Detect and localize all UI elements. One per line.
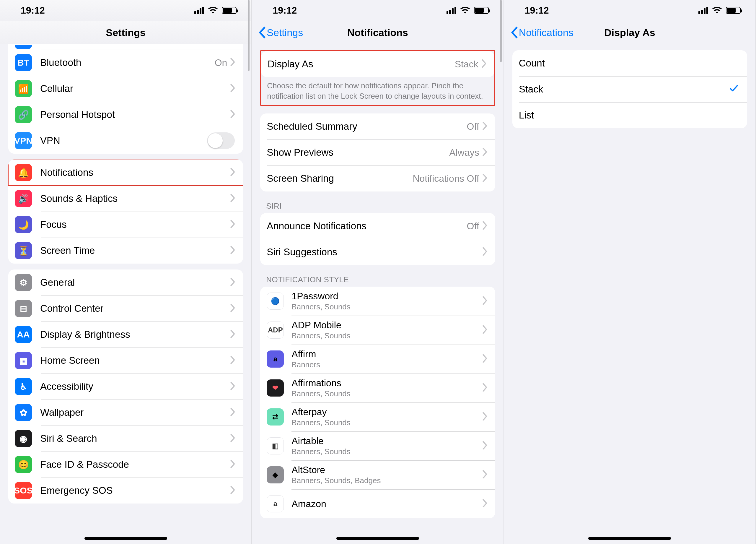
- settings-row-control-center[interactable]: ⊟Control Center: [8, 296, 243, 322]
- notifications-group-apps: 🔵1PasswordBanners, SoundsADPADP MobileBa…: [260, 287, 495, 518]
- home-indicator[interactable]: [588, 537, 671, 540]
- screen-settings: 19:12 Settings BTBluetoothOn📶Cellular🔗Pe…: [0, 0, 252, 544]
- row-detail: Notifications Off: [413, 173, 479, 184]
- settings-row-emergency-sos[interactable]: SOSEmergency SOS: [8, 478, 243, 504]
- app-name: ADP Mobile: [291, 320, 479, 331]
- settings-row-wallpaper[interactable]: ✿Wallpaper: [8, 400, 243, 426]
- app-sub: Banners, Sounds: [291, 331, 479, 341]
- chevron-right-icon: [230, 278, 235, 287]
- back-button[interactable]: Notifications: [510, 27, 573, 38]
- chevron-right-icon: [482, 354, 487, 364]
- row-detail: On: [215, 57, 227, 68]
- status-icons: [447, 5, 489, 16]
- status-time: 19:12: [21, 5, 45, 16]
- bluetooth-icon: BT: [15, 54, 32, 71]
- scrollbar[interactable]: [500, 44, 502, 62]
- wifi-icon: [208, 5, 218, 16]
- chevron-right-icon: [482, 383, 487, 393]
- row-label: Screen Sharing: [267, 173, 409, 184]
- app-row-1password[interactable]: 🔵1PasswordBanners, Sounds: [260, 287, 495, 316]
- settings-row-focus[interactable]: 🌙Focus: [8, 211, 243, 237]
- settings-row-screen-time[interactable]: ⏳Screen Time: [8, 237, 243, 263]
- affirm-app-icon: a: [267, 351, 284, 368]
- battery-icon: [222, 7, 237, 14]
- chevron-right-icon: [482, 148, 487, 157]
- app-row-afterpay[interactable]: ⇄AfterpayBanners, Sounds: [260, 403, 495, 431]
- siri-search-icon: ◉: [15, 430, 32, 447]
- display-as-option-group: CountStackList: [512, 50, 747, 128]
- notifications-list[interactable]: Display As Stack Choose the default for …: [252, 44, 503, 544]
- app-row-amazon[interactable]: aAmazon: [260, 489, 495, 518]
- row-scheduled-summary[interactable]: Scheduled SummaryOff: [260, 113, 495, 139]
- app-row-altstore[interactable]: ◆AltStoreBanners, Sounds, Badges: [260, 460, 495, 489]
- settings-row-home-screen[interactable]: ▦Home Screen: [8, 348, 243, 374]
- status-bar: 19:12: [252, 0, 503, 21]
- settings-row-siri-search[interactable]: ◉Siri & Search: [8, 426, 243, 452]
- app-row-affirmations[interactable]: ❤AffirmationsBanners, Sounds: [260, 374, 495, 403]
- settings-row-bluetooth[interactable]: BTBluetoothOn: [8, 50, 243, 76]
- toggle[interactable]: [207, 132, 235, 149]
- option-count[interactable]: Count: [512, 50, 747, 76]
- back-button[interactable]: Settings: [258, 27, 303, 38]
- settings-row-sounds-haptics[interactable]: 🔊Sounds & Haptics: [8, 185, 243, 211]
- app-sub: Banners, Sounds: [291, 389, 479, 398]
- chevron-right-icon: [230, 220, 235, 229]
- home-screen-icon: ▦: [15, 352, 32, 369]
- back-label: Settings: [267, 27, 303, 38]
- chevron-right-icon: [482, 441, 487, 451]
- wallpaper-icon: ✿: [15, 404, 32, 421]
- cellular-signal-icon: [698, 7, 708, 14]
- row-screen-sharing[interactable]: Screen SharingNotifications Off: [260, 165, 495, 191]
- row-siri-suggestions[interactable]: Siri Suggestions: [260, 239, 495, 265]
- option-stack[interactable]: Stack: [512, 76, 747, 102]
- app-name: Airtable: [291, 436, 479, 447]
- settings-row-notifications[interactable]: 🔔Notifications: [8, 159, 243, 185]
- altstore-app-icon: ◆: [267, 466, 284, 483]
- option-label: List: [519, 110, 739, 121]
- app-row-affirm[interactable]: aAffirmBanners: [260, 345, 495, 374]
- status-icons: [698, 5, 741, 16]
- app-name: Affirm: [291, 349, 479, 360]
- settings-row-partial[interactable]: [8, 44, 243, 50]
- row-label: Bluetooth: [40, 57, 211, 68]
- option-label: Stack: [519, 84, 729, 95]
- chevron-right-icon: [230, 168, 235, 177]
- settings-row-display-brightness[interactable]: AADisplay & Brightness: [8, 322, 243, 348]
- option-list[interactable]: List: [512, 102, 747, 128]
- settings-row-faceid-passcode[interactable]: 😊Face ID & Passcode: [8, 452, 243, 478]
- home-indicator[interactable]: [84, 537, 167, 540]
- sounds-haptics-icon: 🔊: [15, 190, 32, 207]
- row-label: Personal Hotspot: [40, 109, 227, 120]
- chevron-right-icon: [230, 58, 235, 67]
- settings-row-vpn[interactable]: VPNVPN: [8, 128, 243, 154]
- settings-row-cellular[interactable]: 📶Cellular: [8, 76, 243, 102]
- row-announce-notifications[interactable]: Announce NotificationsOff: [260, 213, 495, 239]
- chevron-right-icon: [230, 434, 235, 443]
- screen-time-icon: ⏳: [15, 242, 32, 259]
- display-as-row[interactable]: Display As Stack: [261, 51, 494, 77]
- row-show-previews[interactable]: Show PreviewsAlways: [260, 139, 495, 165]
- display-as-options[interactable]: CountStackList: [504, 44, 755, 544]
- app-row-adp-mobile[interactable]: ADPADP MobileBanners, Sounds: [260, 316, 495, 345]
- row-label: Accessibility: [40, 381, 227, 392]
- settings-row-accessibility[interactable]: ♿︎Accessibility: [8, 374, 243, 400]
- battery-icon: [726, 7, 741, 14]
- settings-list[interactable]: BTBluetoothOn📶Cellular🔗Personal HotspotV…: [0, 44, 251, 544]
- airtable-app-icon: ◧: [267, 437, 284, 455]
- personal-hotspot-icon: 🔗: [15, 106, 32, 123]
- app-sub: Banners, Sounds: [291, 418, 479, 427]
- cellular-signal-icon: [447, 7, 456, 14]
- control-center-icon: ⊟: [15, 300, 32, 317]
- chevron-right-icon: [482, 325, 487, 335]
- vpn-icon: VPN: [15, 132, 32, 149]
- app-row-airtable[interactable]: ◧AirtableBanners, Sounds: [260, 431, 495, 460]
- amazon-app-icon: a: [267, 495, 284, 512]
- home-indicator[interactable]: [336, 537, 419, 540]
- chevron-right-icon: [230, 246, 235, 255]
- row-label: Scheduled Summary: [267, 121, 463, 132]
- display-brightness-icon: AA: [15, 326, 32, 343]
- settings-row-general[interactable]: ⚙︎General: [8, 269, 243, 296]
- scrollbar[interactable]: [248, 44, 250, 71]
- settings-row-personal-hotspot[interactable]: 🔗Personal Hotspot: [8, 102, 243, 128]
- siri-header: SIRI: [266, 201, 489, 211]
